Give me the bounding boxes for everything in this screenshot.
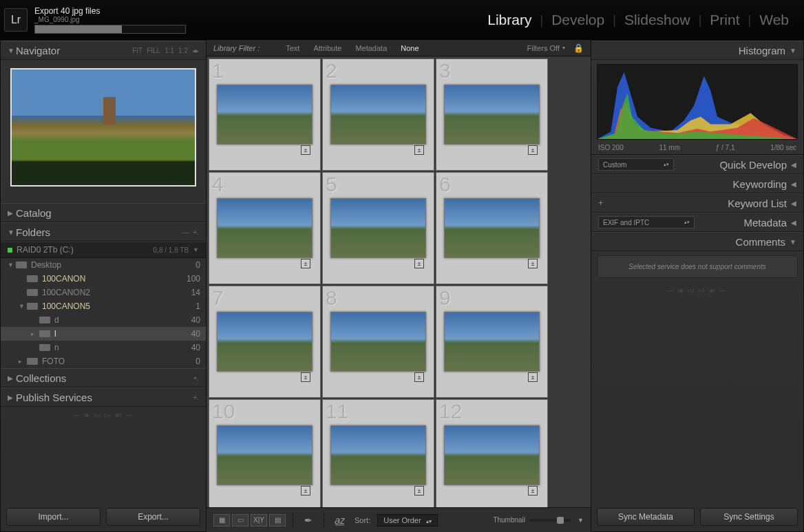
- preview-image: [10, 68, 196, 187]
- develop-badge-icon[interactable]: ±: [414, 259, 424, 268]
- develop-badge-icon[interactable]: ±: [528, 372, 538, 382]
- develop-badge-icon[interactable]: ±: [414, 486, 424, 496]
- filter-text[interactable]: Text: [286, 44, 299, 52]
- develop-badge-icon[interactable]: ±: [301, 372, 310, 382]
- develop-badge-icon[interactable]: ±: [528, 259, 538, 268]
- publish-header[interactable]: ▶ Publish Services +.: [1, 387, 206, 407]
- develop-badge-icon[interactable]: ±: [301, 259, 310, 268]
- sort-direction-icon[interactable]: a͟z: [331, 514, 348, 526]
- minus-icon[interactable]: —: [182, 228, 189, 236]
- loupe-view-icon[interactable]: ▭: [232, 514, 248, 526]
- folder-icon: [39, 330, 50, 337]
- plus-icon[interactable]: +.: [193, 394, 199, 401]
- filters-off-label[interactable]: Filters Off: [527, 44, 560, 52]
- module-slideshow[interactable]: Slideshow: [616, 12, 699, 28]
- metadata-header[interactable]: EXIF and IPTC▴▾ Metadata ◀: [591, 213, 803, 232]
- navigator-preview[interactable]: [1, 60, 206, 203]
- folder-row[interactable]: 100CANON100: [1, 272, 206, 286]
- filter-attribute[interactable]: Attribute: [313, 44, 341, 52]
- painter-icon[interactable]: ✒: [300, 514, 317, 526]
- folder-label: 100CANON: [42, 274, 85, 284]
- nav-mode-fit[interactable]: FIT: [132, 47, 142, 54]
- folder-row[interactable]: 100CANON214: [1, 286, 206, 299]
- thumbnail-cell[interactable]: 11±: [322, 399, 434, 507]
- thumbnail-cell[interactable]: 8±: [322, 286, 434, 398]
- lock-icon[interactable]: 🔒: [568, 43, 584, 53]
- thumbnail-cell[interactable]: 1±: [209, 58, 321, 171]
- keyword-list-header[interactable]: + Keyword List ◀: [591, 193, 803, 213]
- plus-icon[interactable]: +: [598, 198, 603, 208]
- grid-view-icon[interactable]: ▦: [213, 514, 230, 526]
- module-web[interactable]: Web: [751, 12, 797, 28]
- folder-row[interactable]: ▼Desktop0: [1, 258, 206, 272]
- folder-row[interactable]: ▼100CANON51: [1, 299, 206, 313]
- qd-preset-dropdown[interactable]: Custom▴▾: [598, 158, 674, 171]
- folder-row[interactable]: ▸FOTO0: [1, 354, 206, 368]
- volume-status-icon: [8, 248, 12, 253]
- develop-badge-icon[interactable]: ±: [528, 486, 538, 496]
- module-print[interactable]: Print: [701, 12, 748, 28]
- import-button[interactable]: Import...: [6, 508, 100, 526]
- module-picker: Library| Develop| Slideshow| Print| Web: [479, 12, 797, 28]
- export-button[interactable]: Export...: [106, 508, 200, 526]
- plus-icon[interactable]: +.: [193, 228, 199, 236]
- nav-mode-12[interactable]: 1:2: [178, 47, 188, 54]
- sync-settings-button[interactable]: Sync Settings: [700, 508, 798, 526]
- develop-badge-icon[interactable]: ±: [414, 145, 424, 155]
- filter-none[interactable]: None: [401, 44, 419, 52]
- histogram-header[interactable]: Histogram ▼: [591, 41, 803, 60]
- thumbnail-cell[interactable]: 4±: [209, 172, 321, 284]
- metadata-preset-dropdown[interactable]: EXIF and IPTC▴▾: [598, 216, 695, 228]
- shutter-value: 1/80 sec: [770, 144, 796, 151]
- thumbnail-size-slider[interactable]: Thumbnail: [493, 516, 571, 524]
- sort-dropdown[interactable]: User Order ▴▾: [377, 514, 437, 526]
- collections-header[interactable]: ▶ Collections +.: [1, 368, 206, 387]
- folder-row[interactable]: n40: [1, 341, 206, 354]
- thumbnail-cell[interactable]: 9±: [436, 286, 548, 398]
- develop-badge-icon[interactable]: ±: [301, 486, 310, 496]
- folder-row[interactable]: ▸l40: [1, 327, 206, 341]
- comments-header[interactable]: Comments ▼: [591, 232, 803, 251]
- folder-label: Desktop: [31, 260, 61, 270]
- folder-count: 0: [195, 357, 200, 366]
- develop-badge-icon[interactable]: ±: [301, 145, 310, 155]
- thumbnail-cell[interactable]: 7±: [209, 286, 321, 398]
- thumbnail-cell[interactable]: 12±: [436, 399, 548, 507]
- library-filter-bar: Library Filter : Text Attribute Metadata…: [207, 40, 591, 56]
- sync-metadata-button[interactable]: Sync Metadata: [597, 508, 695, 526]
- plus-icon[interactable]: +.: [193, 374, 199, 382]
- chevron-down-icon[interactable]: ▼: [193, 246, 199, 253]
- quick-develop-header[interactable]: Custom▴▾ Quick Develop ◀: [591, 155, 803, 174]
- thumbnail-cell[interactable]: 6±: [436, 172, 548, 284]
- develop-badge-icon[interactable]: ±: [414, 372, 424, 382]
- thumbnail-cell[interactable]: 3±: [436, 58, 548, 171]
- thumbnail-grid[interactable]: 1±2±3±4±5±6±7±8±9±10±11±12±: [207, 56, 591, 507]
- folder-row[interactable]: d40: [1, 313, 206, 327]
- folders-header[interactable]: ▼ Folders — +.: [1, 222, 206, 242]
- catalog-header[interactable]: ▶ Catalog: [1, 203, 206, 222]
- histogram-graph[interactable]: [597, 64, 798, 140]
- expand-icon: ◀: [791, 200, 796, 207]
- survey-view-icon[interactable]: ▤: [269, 514, 286, 526]
- keywording-header[interactable]: Keywording ◀: [591, 174, 803, 193]
- nav-mode-fill[interactable]: FILL: [147, 47, 160, 54]
- grid-toolbar: ▦ ▭ X|Y ▤ ✒ a͟z Sort: User Order ▴▾ Thum…: [207, 507, 591, 532]
- progress-bar[interactable]: [34, 25, 186, 34]
- navigator-header[interactable]: ▼ Navigator FIT FILL 1:1 1:2 ◂▸: [1, 41, 206, 60]
- volume-header[interactable]: RAID0 2Tb (C:) 0,8 / 1,8 TB ▼: [1, 242, 206, 258]
- module-library[interactable]: Library: [479, 12, 540, 28]
- thumbnail-cell[interactable]: 2±: [322, 58, 434, 171]
- export-filename: _MG_0990.jpg: [34, 16, 186, 23]
- chevron-down-icon[interactable]: ◂▸: [192, 47, 199, 54]
- chevron-down-icon[interactable]: ▾: [560, 45, 568, 51]
- module-develop[interactable]: Develop: [543, 12, 613, 28]
- nav-mode-11[interactable]: 1:1: [165, 47, 174, 54]
- metadata-title: Metadata: [743, 217, 787, 228]
- folder-count: 14: [191, 288, 200, 297]
- develop-badge-icon[interactable]: ±: [528, 145, 538, 155]
- compare-view-icon[interactable]: X|Y: [251, 514, 267, 526]
- thumbnail-cell[interactable]: 5±: [322, 172, 434, 284]
- thumbnail-cell[interactable]: 10±: [209, 399, 321, 507]
- toolbar-menu-icon[interactable]: ▼: [578, 517, 584, 524]
- filter-metadata[interactable]: Metadata: [355, 44, 387, 52]
